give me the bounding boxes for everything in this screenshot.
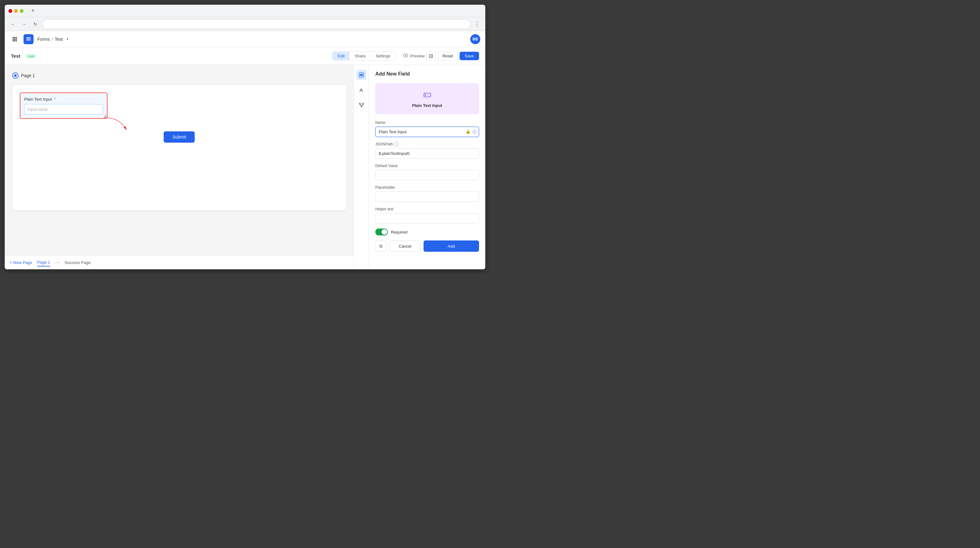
panel-title: Add New Field bbox=[375, 71, 479, 77]
copy-button[interactable]: ⧉ bbox=[375, 241, 387, 252]
sidebar-style-icon[interactable] bbox=[356, 85, 366, 95]
default-value-form-group: Default Value bbox=[375, 164, 479, 180]
svg-rect-11 bbox=[26, 40, 31, 40]
app-container: Forms / Test ▾ BB Test Live Edit Share S… bbox=[5, 31, 485, 269]
jsonpath-label: JSONPath i bbox=[375, 142, 479, 147]
breadcrumb-forms[interactable]: Forms bbox=[37, 37, 50, 42]
browser-window: + ← → ↻ ⋮ bbox=[5, 5, 485, 269]
helper-text-input[interactable] bbox=[375, 213, 479, 223]
success-page-tab[interactable]: Success Page bbox=[65, 260, 91, 265]
placeholder-label: Placeholder bbox=[375, 185, 479, 190]
main-content: Page 1 Plain Text Input * Input value bbox=[5, 65, 485, 269]
default-value-label: Default Value bbox=[375, 164, 479, 168]
svg-rect-10 bbox=[26, 38, 31, 39]
page-icon bbox=[12, 72, 19, 79]
placeholder-form-group: Placeholder bbox=[375, 185, 479, 202]
svg-rect-6 bbox=[13, 40, 14, 41]
address-bar[interactable] bbox=[42, 19, 470, 29]
svg-rect-9 bbox=[26, 37, 31, 38]
required-toggle[interactable] bbox=[375, 229, 388, 236]
tab-share[interactable]: Share bbox=[350, 52, 371, 60]
app-header: Forms / Test ▾ BB bbox=[5, 31, 485, 47]
name-input[interactable] bbox=[375, 127, 479, 137]
new-tab-button[interactable]: + bbox=[29, 6, 37, 15]
right-sidebar: Add New Field Plain Text Input bbox=[354, 65, 485, 269]
sidebar-fields-icon[interactable] bbox=[356, 70, 366, 80]
required-toggle-label: Required bbox=[391, 230, 407, 234]
name-form-group: Name 🔒 ⓘ bbox=[375, 120, 479, 137]
breadcrumb: Forms / Test ▾ bbox=[37, 37, 70, 42]
svg-rect-7 bbox=[14, 40, 15, 41]
page-1-tab[interactable]: Page 1 bbox=[37, 259, 50, 266]
dropdown-chevron-icon[interactable]: ▾ bbox=[65, 37, 70, 42]
jsonpath-form-group: JSONPath i bbox=[375, 142, 479, 159]
form-canvas[interactable]: Plain Text Input * Input value bbox=[12, 85, 346, 210]
preview-label[interactable]: Preview bbox=[410, 54, 425, 58]
field-label-text: Plain Text Input * bbox=[24, 97, 103, 102]
canvas-bottom: + New Page Page 1 ⋯ Success Page bbox=[5, 255, 354, 269]
svg-point-19 bbox=[363, 103, 364, 104]
minimize-button[interactable] bbox=[14, 9, 18, 13]
svg-rect-2 bbox=[16, 37, 17, 38]
maximize-button[interactable] bbox=[20, 9, 24, 13]
field-type-icon bbox=[422, 89, 433, 100]
reload-button[interactable]: ↻ bbox=[31, 20, 40, 29]
grid-icon[interactable] bbox=[10, 34, 20, 44]
svg-rect-4 bbox=[14, 38, 15, 40]
panel-actions: ⧉ Cancel Add bbox=[375, 241, 479, 252]
placeholder-input[interactable] bbox=[375, 191, 479, 202]
canvas-page-title: Page 1 bbox=[21, 73, 35, 78]
forward-button[interactable]: → bbox=[20, 20, 29, 29]
svg-rect-0 bbox=[13, 37, 14, 38]
preview-icon bbox=[403, 53, 408, 59]
canvas-area: Page 1 Plain Text Input * Input value bbox=[5, 65, 354, 269]
canvas-inner: Page 1 Plain Text Input * Input value bbox=[5, 65, 354, 255]
jsonpath-input[interactable] bbox=[375, 148, 479, 159]
app-logo bbox=[24, 34, 33, 44]
form-title: Test bbox=[11, 53, 21, 59]
toolbar-tabs: Edit Share Settings bbox=[332, 51, 396, 61]
tab-settings[interactable]: Settings bbox=[371, 52, 395, 60]
required-toggle-row: Required bbox=[375, 229, 479, 236]
plus-icon: + bbox=[10, 260, 12, 265]
svg-rect-1 bbox=[14, 37, 15, 38]
field-input-preview[interactable]: Input value bbox=[24, 104, 103, 115]
browser-menu-button[interactable]: ⋮ bbox=[473, 20, 482, 29]
name-label: Name bbox=[375, 120, 479, 125]
page-tab-menu-icon[interactable]: ⋯ bbox=[55, 260, 60, 265]
breadcrumb-current[interactable]: Test bbox=[55, 37, 63, 42]
info-icon[interactable]: ⓘ bbox=[473, 129, 477, 135]
browser-titlebar: + bbox=[5, 5, 485, 17]
export-icon-button[interactable] bbox=[426, 51, 436, 61]
svg-rect-3 bbox=[13, 38, 14, 40]
svg-point-20 bbox=[361, 106, 362, 107]
svg-point-13 bbox=[405, 55, 406, 56]
field-type-label: Plain Text Input bbox=[412, 103, 442, 108]
add-page-button[interactable]: + New Page bbox=[10, 260, 32, 265]
helper-text-form-group: Helper text bbox=[375, 207, 479, 223]
breadcrumb-separator: / bbox=[52, 37, 53, 42]
save-button[interactable]: Save bbox=[460, 52, 479, 60]
svg-rect-8 bbox=[16, 40, 17, 41]
close-button[interactable] bbox=[8, 9, 12, 13]
tab-edit[interactable]: Edit bbox=[332, 52, 350, 60]
sidebar-logic-icon[interactable] bbox=[356, 100, 366, 110]
sidebar-panel: Add New Field Plain Text Input bbox=[369, 65, 485, 269]
jsonpath-info-icon[interactable]: i bbox=[395, 142, 399, 147]
page-header: Page 1 bbox=[12, 72, 346, 79]
back-button[interactable]: ← bbox=[8, 20, 17, 29]
required-indicator: * bbox=[54, 97, 56, 102]
lock-icon[interactable]: 🔒 bbox=[466, 129, 471, 135]
field-type-card[interactable]: Plain Text Input bbox=[375, 83, 479, 114]
helper-text-label: Helper text bbox=[375, 207, 479, 211]
field-widget[interactable]: Plain Text Input * Input value bbox=[20, 92, 108, 119]
browser-nav: ← → ↻ ⋮ bbox=[5, 17, 485, 31]
avatar[interactable]: BB bbox=[470, 34, 480, 44]
add-button[interactable]: Add bbox=[423, 241, 479, 252]
submit-button[interactable]: Submit bbox=[164, 131, 195, 143]
window-controls bbox=[8, 9, 24, 13]
default-value-input[interactable] bbox=[375, 170, 479, 180]
sidebar-icons bbox=[354, 65, 369, 269]
cancel-button[interactable]: Cancel bbox=[390, 241, 420, 252]
reset-button[interactable]: Reset bbox=[438, 51, 458, 61]
